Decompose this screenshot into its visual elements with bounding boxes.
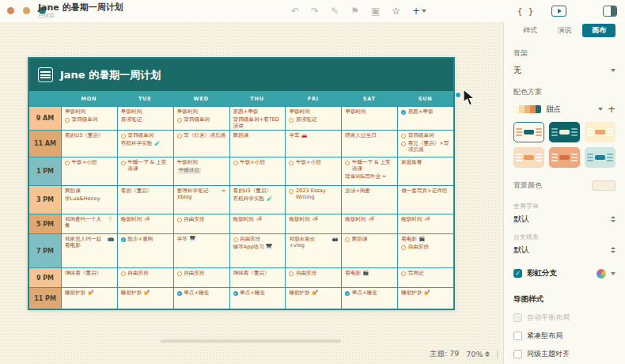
rainbow-wheel-icon[interactable] — [597, 269, 606, 279]
table-cell[interactable]: 早饭时间晨读笔记 — [117, 106, 173, 130]
table-cell[interactable]: 和朋友聚会+vlog📷 — [285, 233, 341, 267]
theme-thumbnail-6[interactable] — [585, 147, 616, 168]
table-cell[interactable]: 自由安排 — [173, 214, 229, 233]
table-title-banner[interactable]: Jane 的暑期一周计划 — [29, 59, 453, 91]
table-cell[interactable]: 舞蹈课 — [341, 233, 397, 267]
table-cell[interactable]: ✓晨跑+早饭 — [397, 106, 453, 130]
background-color-swatch[interactable] — [592, 180, 616, 191]
panel-tab-样式[interactable]: 样式 — [513, 24, 547, 37]
global-font-select[interactable]: 默认 — [513, 214, 616, 225]
table-cell[interactable]: 晚饭时间🍜 — [229, 214, 286, 233]
time-label[interactable]: 9 PM — [29, 267, 61, 287]
skeleton-select[interactable]: 无 — [513, 65, 616, 76]
table-cell[interactable]: 午饭时间午睡休息 — [173, 157, 229, 185]
table-cell[interactable]: 舞蹈课学Lua&Honey — [61, 185, 117, 214]
table-cell[interactable]: 写《红岩》读后感 — [173, 130, 229, 157]
checkbox[interactable] — [513, 350, 522, 358]
table-cell[interactable]: 背四级单词有机科学实验🧪 — [117, 130, 173, 157]
table-cell[interactable]: 看剧U3《重启》有机科学实验🧪 — [229, 185, 286, 214]
table-cell[interactable]: 睡前护肤💅 — [285, 287, 341, 309]
table-cell[interactable]: 自由安排 — [117, 267, 173, 287]
time-label[interactable]: 5 PM — [29, 214, 61, 233]
table-cell[interactable]: 午饭+小憩 — [61, 157, 117, 185]
present-play-icon[interactable] — [551, 6, 566, 17]
rainbow-branch-checkbox[interactable]: ✓ — [513, 269, 522, 278]
panel-tab-演说[interactable]: 演说 — [548, 24, 581, 37]
star-icon[interactable]: ☆ — [392, 6, 400, 17]
table-cell[interactable]: 做一套写真+证件照 — [397, 185, 453, 214]
table-cell[interactable]: 看剧《重启》 — [117, 185, 173, 214]
theme-thumbnail-5[interactable] — [549, 147, 580, 168]
table-cell[interactable]: 晚饭时间🍜 — [285, 214, 341, 233]
redo-icon[interactable]: ↷ — [311, 6, 319, 17]
table-cell[interactable]: 午饭+小憩 — [285, 157, 341, 185]
option-紧凑型布局[interactable]: 紧凑型布局 — [513, 331, 616, 341]
table-cell[interactable]: 晚饭时间🍜 — [341, 214, 397, 233]
table-cell[interactable]: 继续看《重启》 — [229, 267, 286, 287]
table-cell[interactable]: 早饭时间背四级单词 — [61, 106, 117, 130]
table-cell[interactable]: 游泳+闺蜜 — [341, 185, 397, 214]
table-cell[interactable]: 自由安排 — [173, 267, 229, 287]
color-scheme-select[interactable]: 甜点 + — [513, 104, 616, 115]
table-cell[interactable]: 自由安排钢琴App练习🎹 — [229, 233, 286, 267]
table-cell[interactable]: 午睡一下 & 上英语课背单词&写作业✏ — [341, 157, 397, 185]
table-cell[interactable]: 早饭时间背四级单词 — [173, 106, 229, 130]
table-cell[interactable]: 睡前护肤💅 — [117, 287, 173, 309]
branch-line-select[interactable]: 默认 — [513, 245, 616, 256]
undo-icon[interactable]: ↶ — [291, 6, 299, 17]
table-cell[interactable]: 晚饭时间🍜 — [117, 214, 173, 233]
table-cell[interactable]: 学车🚗 — [285, 130, 341, 157]
theme-thumbnail-1[interactable] — [513, 122, 544, 142]
time-label[interactable]: 7 PM — [29, 233, 61, 267]
time-label[interactable]: 1 PM — [29, 157, 61, 185]
table-cell[interactable]: 2023 Essay Writing — [285, 185, 341, 214]
time-label[interactable]: 3 PM — [29, 185, 61, 214]
table-cell[interactable]: ✓早点+睡觉 — [173, 287, 229, 309]
table-cell[interactable]: 早饭时间 — [341, 106, 397, 130]
table-cell[interactable]: 睡前护肤💅 — [61, 287, 117, 309]
table-cell[interactable]: 晨跑+早饭背四级单词+看TED演讲 — [229, 106, 286, 130]
theme-thumbnail-3[interactable] — [585, 122, 616, 142]
checkbox[interactable] — [513, 332, 522, 340]
table-cell[interactable]: 早饭时间晨读笔记 — [285, 106, 341, 130]
flag-icon[interactable]: ⚑ — [350, 6, 359, 17]
table-cell[interactable]: 午睡一下 & 上英语课 — [117, 157, 173, 185]
table-cell[interactable]: 舞蹈课 — [229, 130, 286, 157]
time-label[interactable]: 11 AM — [29, 130, 61, 157]
table-cell[interactable]: 午饭+小憩 — [229, 157, 286, 185]
theme-thumbnail-4[interactable] — [513, 147, 544, 168]
table-cell[interactable]: ✓早点+睡觉 — [341, 287, 397, 309]
rainbow-branch-row[interactable]: ✓ 彩虹分支 — [513, 268, 616, 279]
table-cell[interactable]: 整理科学笔记-Xblog✏ — [173, 185, 229, 214]
minimize-button[interactable] — [23, 7, 30, 14]
table-cell[interactable]: 写周记 — [397, 267, 453, 287]
selection-handle[interactable] — [455, 92, 461, 98]
table-cell[interactable]: 学琴🎹 — [173, 233, 229, 267]
table-cell[interactable]: 家庭聚餐 — [397, 157, 453, 185]
theme-thumbnail-2[interactable] — [549, 122, 580, 142]
table-cell[interactable]: 看电影🎬自由安排 — [397, 233, 453, 267]
table-cell[interactable]: 背四级单词看完《重启》+写读后感 — [397, 130, 453, 157]
table-cell[interactable]: 和闺蜜约一个大餐🍴 — [61, 214, 117, 233]
zoom-stepper-icon[interactable] — [485, 351, 490, 358]
time-label[interactable]: 11 PM — [29, 287, 61, 309]
table-cell[interactable]: 看剧U3《重启》 — [61, 130, 117, 157]
table-cell[interactable]: ✓早点+睡觉 — [229, 287, 286, 309]
sidebar-toggle-icon[interactable] — [603, 6, 617, 17]
table-cell[interactable]: 陪家人过生日 — [341, 130, 397, 157]
zoom-control[interactable]: 70% — [466, 350, 490, 358]
table-cell[interactable]: 睡前护肤💅 — [397, 287, 453, 309]
table-cell[interactable]: 和家里人约一起看电影📺 — [61, 233, 117, 267]
table-cell[interactable]: 自由安排 — [285, 267, 341, 287]
time-label[interactable]: 9 AM — [29, 106, 61, 130]
insert-plus-icon[interactable]: + — [412, 6, 426, 17]
table-cell[interactable]: 继续看《重启》 — [61, 267, 117, 287]
horizontal-scrollbar[interactable] — [161, 339, 341, 343]
add-scheme-icon[interactable]: + — [608, 104, 616, 115]
option-同级主题对齐[interactable]: 同级主题对齐 — [513, 349, 616, 359]
table-cell[interactable]: 看电影🎬 — [341, 267, 397, 287]
fullscreen-icon[interactable]: { } — [517, 7, 534, 16]
panel-tab-画布[interactable]: 画布 — [582, 24, 616, 37]
table-cell[interactable]: ✓散步+遛狗 — [117, 233, 173, 267]
marker-icon[interactable]: ✎ — [331, 6, 339, 17]
